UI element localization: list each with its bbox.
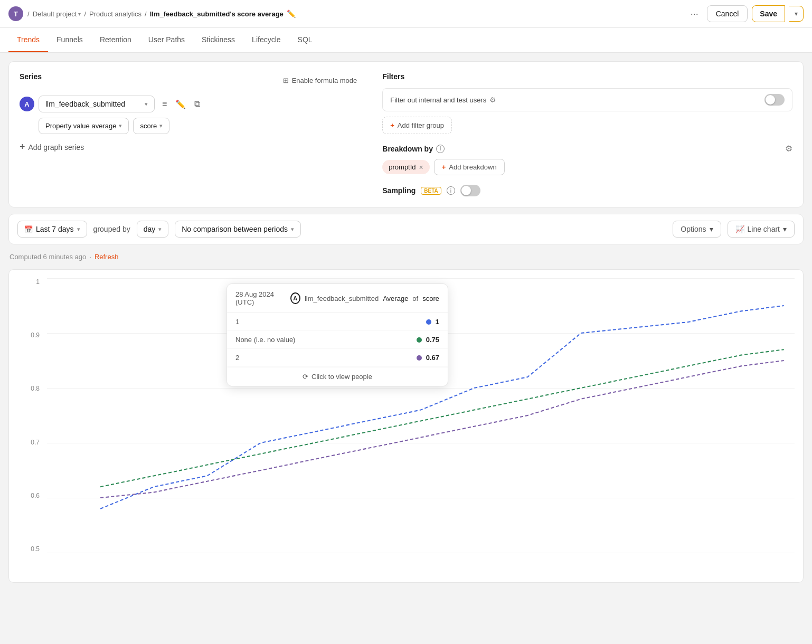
breadcrumb-project[interactable]: Default project ▾	[33, 10, 81, 18]
tooltip-row-2-value: 0.75	[417, 336, 439, 344]
formula-label: Enable formula mode	[292, 77, 357, 84]
breadcrumb-sep-1: /	[27, 10, 30, 18]
sampling-label: Sampling	[382, 186, 416, 195]
property-name-select[interactable]: score ▾	[133, 118, 169, 134]
breakdown-pill-label: promptId	[389, 163, 416, 171]
chart-type-button[interactable]: 📈 Line chart ▾	[728, 221, 795, 238]
save-dropdown-button[interactable]: ▾	[789, 6, 804, 22]
edit-icon[interactable]: ✏️	[287, 10, 296, 18]
add-filter-button[interactable]: + Add filter group	[382, 117, 452, 134]
breadcrumb-project-arrow: ▾	[78, 11, 81, 17]
formula-icon: ⊞	[283, 77, 289, 84]
add-series-button[interactable]: + Add graph series	[20, 137, 84, 157]
chart-plot: 28 Aug 2024 (UTC) A llm_feedback_submitt…	[47, 278, 795, 553]
y-label-5: 0.6	[31, 492, 40, 499]
series-section: Series ⊞ Enable formula mode A llm_feedb…	[20, 72, 361, 196]
main: Series ⊞ Enable formula mode A llm_feedb…	[0, 53, 812, 591]
breakdown-pill-remove[interactable]: ×	[419, 164, 423, 171]
toggle-knob	[766, 95, 775, 105]
more-button[interactable]: ···	[686, 6, 703, 22]
save-button[interactable]: Save	[752, 5, 785, 22]
tooltip-header: 28 Aug 2024 (UTC) A llm_feedback_submitt…	[227, 284, 448, 313]
tooltip-row-1: 1 1	[227, 313, 448, 331]
series-a-label: A	[20, 97, 34, 111]
y-label-6: 0.5	[31, 545, 40, 553]
add-series-plus: +	[20, 141, 25, 153]
series-event-chevron: ▾	[145, 101, 148, 108]
comparison-chevron: ▾	[291, 226, 294, 233]
tooltip-row-3-label: 2	[235, 354, 239, 362]
filter-gear-icon[interactable]: ⚙	[489, 96, 496, 104]
series-event-name: llm_feedback_submitted	[45, 100, 125, 108]
breakdown-gear-icon[interactable]: ⚙	[785, 144, 792, 154]
breadcrumb-sep-2: /	[84, 10, 86, 18]
internal-filter-toggle[interactable]	[764, 94, 785, 106]
tab-lifecycle[interactable]: Lifecycle	[243, 28, 289, 52]
date-range-chevron: ▾	[77, 226, 80, 233]
date-range-select[interactable]: 📅 Last 7 days ▾	[17, 221, 87, 238]
formula-mode-button[interactable]: ⊞ Enable formula mode	[279, 74, 362, 87]
beta-badge: BETA	[421, 187, 441, 195]
add-breakdown-plus: +	[442, 163, 446, 171]
chart-type-chevron: ▾	[783, 225, 787, 233]
property-type-select[interactable]: Property value average ▾	[39, 118, 129, 134]
breakdown-label: Breakdown by i	[382, 145, 445, 153]
sampling-info-icon[interactable]: i	[447, 186, 455, 195]
series-filter-icon[interactable]: ≡	[159, 97, 170, 111]
tab-funnels[interactable]: Funnels	[48, 28, 91, 52]
tab-retention[interactable]: Retention	[91, 28, 140, 52]
group-interval-select[interactable]: day ▾	[137, 221, 169, 238]
add-breakdown-label: Add breakdown	[449, 163, 496, 171]
chart-tooltip: 28 Aug 2024 (UTC) A llm_feedback_submitt…	[226, 283, 448, 386]
add-breakdown-button[interactable]: + Add breakdown	[434, 159, 505, 175]
sampling-toggle-knob	[461, 186, 471, 195]
sampling-row: Sampling BETA i	[382, 185, 792, 196]
series-icons: ≡ ✏️ ⧉	[159, 97, 203, 111]
tooltip-of-label: of	[412, 295, 418, 302]
tooltip-row-1-label: 1	[235, 318, 239, 326]
comparison-select[interactable]: No comparison between periods ▾	[175, 221, 301, 238]
breadcrumb-sep-3: /	[145, 10, 147, 18]
tab-user-paths[interactable]: User Paths	[140, 28, 193, 52]
group-interval-label: day	[144, 225, 156, 233]
header-actions: ··· Cancel Save ▾	[686, 5, 804, 22]
breadcrumb-analytics: Product analytics	[89, 10, 141, 18]
tooltip-footer[interactable]: ⟳ Click to view people	[227, 367, 448, 386]
tooltip-metric-label: Average	[383, 295, 408, 302]
series-header-row: Series ⊞ Enable formula mode	[20, 72, 361, 88]
tooltip-row-2-label: None (i.e. no value)	[235, 336, 295, 344]
series-edit-icon[interactable]: ✏️	[172, 97, 189, 111]
series-copy-icon[interactable]: ⧉	[191, 97, 203, 111]
date-range-label: Last 7 days	[36, 225, 74, 233]
tab-sql[interactable]: SQL	[289, 28, 321, 52]
tooltip-date: 28 Aug 2024 (UTC)	[235, 290, 286, 306]
tab-trends[interactable]: Trends	[8, 28, 48, 52]
internal-filter-label: Filter out internal and test users ⚙	[390, 96, 496, 104]
nav-tabs: Trends Funnels Retention User Paths Stic…	[0, 28, 812, 53]
tooltip-row-1-dot	[426, 319, 431, 325]
breakdown-info-icon[interactable]: i	[436, 145, 445, 153]
options-button[interactable]: Options ▾	[673, 221, 721, 238]
tooltip-series-name: llm_feedback_submitted	[305, 295, 379, 302]
filters-title: Filters	[382, 72, 792, 81]
series-event-select[interactable]: llm_feedback_submitted ▾	[39, 96, 155, 112]
series-filters-card: Series ⊞ Enable formula mode A llm_feedb…	[8, 61, 804, 207]
filters-section: Filters Filter out internal and test use…	[382, 72, 792, 196]
computed-dot: ·	[89, 253, 91, 261]
refresh-link[interactable]: Refresh	[95, 253, 119, 261]
y-label-4: 0.7	[31, 439, 40, 446]
cancel-button[interactable]: Cancel	[707, 5, 748, 22]
tooltip-footer-icon: ⟳	[303, 373, 308, 381]
series-a-row: A llm_feedback_submitted ▾ ≡ ✏️ ⧉	[20, 96, 361, 112]
chart-type-label: Line chart	[748, 225, 780, 233]
property-type-chevron: ▾	[119, 122, 122, 129]
tooltip-row-1-value: 1	[426, 318, 439, 326]
breadcrumb: / Default project ▾ / Product analytics …	[27, 10, 682, 18]
breakdown-pill-promptid: promptId ×	[382, 160, 430, 174]
avatar: T	[8, 6, 23, 21]
property-name-label: score	[140, 122, 157, 130]
add-series-label: Add graph series	[29, 143, 84, 151]
y-label-2: 0.9	[31, 332, 40, 339]
sampling-toggle[interactable]	[460, 185, 480, 196]
tab-stickiness[interactable]: Stickiness	[193, 28, 243, 52]
